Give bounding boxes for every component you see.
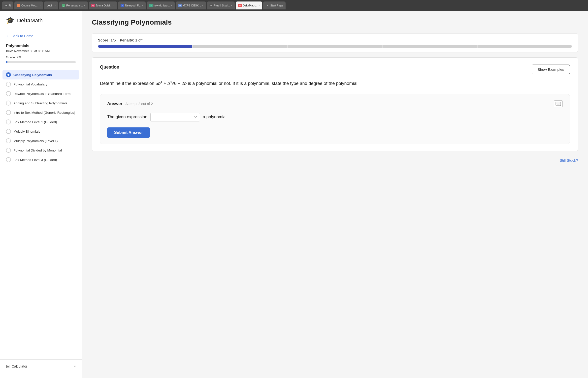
nav-dot — [6, 119, 11, 124]
progress-seg-2 — [193, 45, 287, 48]
assignment-title: Polynomials — [6, 44, 76, 48]
assignment-info: Polynomials Due: November 30 at 8:00 AM … — [0, 42, 82, 67]
progress-seg-5 — [478, 45, 572, 48]
still-stuck-row: Still Stuck? — [92, 156, 578, 164]
nav-item-label: Polynomial Vocabulary — [13, 82, 47, 86]
nav-item-label: Box Method Level 1 (Guided) — [13, 120, 57, 124]
assignment-due: Due: November 30 at 8:00 AM — [6, 49, 76, 53]
still-stuck-link[interactable]: Still Stuck? — [560, 158, 578, 162]
tab-r[interactable]: R R — [2, 1, 13, 9]
page-title: Classifying Polynomials — [92, 18, 578, 26]
tab-login[interactable]: Login × — [44, 1, 58, 9]
nav-item-label: Multiply Binomials — [13, 130, 40, 133]
nav-dot — [6, 110, 11, 115]
tab-mcps[interactable]: M MCPS DESK... × — [176, 1, 206, 9]
tab-quizi[interactable]: Q Join a Quizi... × — [89, 1, 117, 9]
svg-rect-7 — [558, 104, 559, 104]
tab-renaissance[interactable]: Q Renaissanc... × — [59, 1, 88, 9]
question-header: Question Show Examples — [100, 65, 570, 74]
tab-plus[interactable]: R Plus® Stud... × — [207, 1, 235, 9]
back-arrow-icon: ← — [6, 34, 10, 38]
grade-bar-fill — [6, 61, 7, 63]
question-text: Determine if the expression 5b4 + b3√6 −… — [100, 80, 570, 87]
answer-header-left: Answer Attempt 2 out of 2 — [107, 101, 153, 106]
sidebar-navigation: Classifying Polynomials Polynomial Vocab… — [0, 67, 82, 167]
polynomial-dropdown[interactable]: is is not — [150, 113, 200, 121]
nav-dot-active — [6, 72, 11, 77]
answer-row: The given expression is is not a polynom… — [107, 113, 563, 121]
submit-answer-button[interactable]: Submit Answer — [107, 127, 150, 138]
sidebar-item-intro-box-method[interactable]: Intro to Box Method (Generic Rectangles) — [0, 108, 82, 117]
expression-prefix: The given expression — [107, 114, 147, 119]
logo-area: 🎓 DeltaMath — [0, 11, 82, 29]
calculator-icon: ⊞ — [6, 364, 10, 369]
sidebar-item-adding-subtracting[interactable]: Adding and Subtracting Polynomials — [0, 98, 82, 108]
score-header: Score: 1/5 Penalty: 1 off — [98, 38, 572, 42]
nav-dot — [6, 148, 11, 153]
logo-text: DeltaMath — [17, 17, 43, 24]
sidebar-item-classifying-polynomials[interactable]: Classifying Polynomials — [2, 70, 79, 79]
tab-nearpod[interactable]: N Nearpod: F... × — [118, 1, 146, 9]
grade-progress-bar — [6, 61, 76, 63]
sidebar-item-poly-divided[interactable]: Polynomial Divided by Monomial — [0, 146, 82, 155]
tab-course[interactable]: C Course Moc... × — [14, 1, 43, 9]
nav-dot — [6, 82, 11, 87]
progress-seg-1 — [98, 45, 192, 48]
sidebar-item-multiply-polynomials[interactable]: Multiply Polynomials (Level 1) — [0, 136, 82, 146]
question-label: Question — [100, 65, 119, 70]
browser-tabs: R R C Course Moc... × Login × Q Renaissa… — [0, 0, 588, 11]
score-card: Score: 1/5 Penalty: 1 off — [92, 33, 578, 52]
chevron-down-icon[interactable]: ▾ — [74, 365, 76, 368]
nav-item-label: Polynomial Divided by Monomial — [13, 149, 62, 152]
app-container: 🎓 DeltaMath ← Back to Home Polynomials D… — [0, 11, 588, 378]
nav-item-label: Intro to Box Method (Generic Rectangles) — [13, 111, 75, 114]
back-link-label: Back to Home — [11, 34, 33, 38]
nav-dot — [6, 138, 11, 143]
keyboard-icon-button[interactable] — [554, 100, 563, 107]
show-examples-button[interactable]: Show Examples — [532, 65, 570, 74]
penalty-text: Penalty: 1 off — [120, 38, 142, 42]
nav-item-label: Adding and Subtracting Polynomials — [13, 101, 67, 105]
progress-seg-3 — [288, 45, 382, 48]
sidebar-item-rewrite-polynomials[interactable]: Rewrite Polynomials in Standard Form — [0, 89, 82, 98]
svg-rect-8 — [559, 104, 560, 104]
sidebar-item-box-method-1[interactable]: Box Method Level 1 (Guided) — [0, 117, 82, 127]
progress-seg-4 — [383, 45, 477, 48]
nav-dot — [6, 91, 11, 96]
nav-dot — [6, 101, 11, 106]
back-to-home-link[interactable]: ← Back to Home — [6, 34, 76, 38]
back-link-area: ← Back to Home — [0, 29, 82, 42]
expression-suffix: a polynomial. — [203, 114, 228, 119]
sidebar-footer: ⊞ Calculator ▾ — [0, 359, 82, 373]
main-content: Classifying Polynomials Score: 1/5 Penal… — [82, 11, 588, 378]
calculator-label: ⊞ Calculator — [6, 364, 27, 369]
svg-rect-3 — [558, 103, 559, 103]
nav-dot — [6, 129, 11, 134]
svg-rect-6 — [557, 104, 558, 104]
question-card: Question Show Examples Determine if the … — [92, 57, 578, 151]
svg-rect-4 — [559, 103, 560, 103]
score-text: Score: 1/5 — [98, 38, 116, 42]
nav-dot — [6, 157, 11, 162]
nav-item-label: Multiply Polynomials (Level 1) — [13, 139, 58, 143]
tab-start[interactable]: ★ Start Page — [263, 1, 286, 9]
math-expression: 5b4 + b3√6 − 2b — [156, 81, 188, 86]
nav-item-label: Classifying Polynomials — [13, 73, 52, 77]
svg-rect-1 — [556, 103, 557, 103]
svg-rect-5 — [556, 104, 557, 104]
answer-section: Answer Attempt 2 out of 2 — [100, 94, 570, 144]
answer-header: Answer Attempt 2 out of 2 — [107, 100, 563, 107]
attempt-text: Attempt 2 out of 2 — [125, 102, 153, 106]
answer-label: Answer — [107, 101, 122, 106]
tab-google[interactable]: G how do i pu... × — [147, 1, 175, 9]
sidebar: 🎓 DeltaMath ← Back to Home Polynomials D… — [0, 11, 82, 378]
sidebar-item-polynomial-vocabulary[interactable]: Polynomial Vocabulary — [0, 79, 82, 89]
sidebar-item-multiply-binomials[interactable]: Multiply Binomials — [0, 127, 82, 136]
nav-item-label: Box Method Level 3 (Guided) — [13, 158, 57, 162]
tab-deltamath[interactable]: D DeltaMath... × — [236, 1, 262, 9]
svg-rect-2 — [557, 103, 558, 103]
logo-icon: 🎓 — [6, 16, 15, 25]
nav-item-label: Rewrite Polynomials in Standard Form — [13, 92, 70, 96]
sidebar-item-box-method-3[interactable]: Box Method Level 3 (Guided) — [0, 155, 82, 164]
progress-bar — [98, 45, 572, 48]
